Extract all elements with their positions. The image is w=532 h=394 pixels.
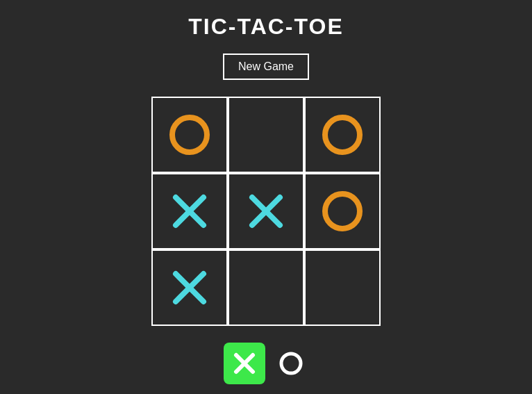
cell-1-1[interactable] <box>228 173 304 249</box>
svg-point-0 <box>172 117 207 152</box>
svg-point-11 <box>281 354 301 373</box>
cell-0-2[interactable] <box>304 97 381 173</box>
new-game-button[interactable]: New Game <box>223 54 309 80</box>
game-title: TIC-TAC-TOE <box>188 14 343 40</box>
status-bar <box>224 343 308 384</box>
cell-1-2[interactable] <box>304 173 381 249</box>
cell-2-0[interactable] <box>151 249 228 326</box>
cell-0-1[interactable] <box>228 97 304 173</box>
cell-2-1[interactable] <box>228 249 304 326</box>
cell-2-2[interactable] <box>304 249 381 326</box>
cell-0-0[interactable] <box>151 97 228 173</box>
o-indicator <box>274 346 308 381</box>
cell-1-0[interactable] <box>151 173 228 249</box>
current-turn-x-indicator <box>224 343 265 384</box>
svg-point-6 <box>325 194 360 229</box>
game-board <box>151 97 381 326</box>
svg-point-1 <box>325 117 360 152</box>
